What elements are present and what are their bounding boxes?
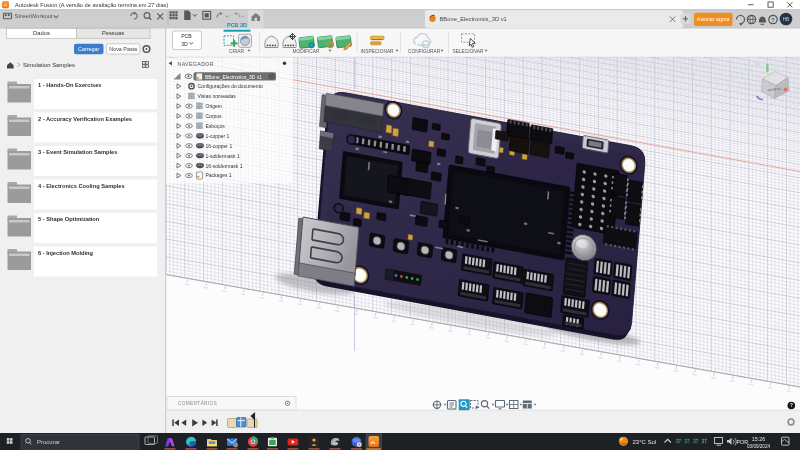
svg-text:Packages 1: Packages 1 [206, 172, 232, 178]
svg-text:Simulation Samples: Simulation Samples [23, 62, 75, 68]
svg-text:Procurar: Procurar [37, 439, 60, 445]
svg-text:Vistas nomeadas: Vistas nomeadas [198, 93, 237, 99]
svg-text:5 - Shape Optimization: 5 - Shape Optimization [38, 216, 100, 222]
svg-text:1-soldermask 1: 1-soldermask 1 [206, 153, 240, 159]
svg-text:INSPECIONAR: INSPECIONAR [361, 49, 395, 54]
svg-text:PCB: PCB [181, 33, 192, 39]
svg-text:Esboços: Esboços [206, 123, 226, 129]
svg-text:?: ? [771, 17, 774, 23]
svg-text:Carregar: Carregar [78, 46, 99, 52]
svg-text:Assinar agora: Assinar agora [697, 16, 730, 22]
svg-text:37: 37 [676, 439, 682, 444]
svg-text:Dados: Dados [33, 30, 50, 36]
svg-text:Origem: Origem [206, 103, 222, 109]
svg-text:37: 37 [693, 439, 699, 444]
svg-text:?: ? [790, 403, 793, 408]
svg-text:Corpos: Corpos [206, 113, 223, 119]
svg-text:CRIAR: CRIAR [229, 49, 244, 54]
svg-text:37: 37 [702, 439, 708, 444]
svg-text:1 - Hands-On Exercises: 1 - Hands-On Exercises [38, 82, 102, 88]
svg-text:MODIFICAR: MODIFICAR [293, 49, 320, 54]
svg-text:2 - Accuracy Verification Exam: 2 - Accuracy Verification Examples [38, 116, 132, 122]
svg-text:CONFIGURAR: CONFIGURAR [408, 49, 441, 54]
svg-text:3 - Event Simulation Samples: 3 - Event Simulation Samples [38, 149, 117, 155]
svg-text:BBone_Electronics_3D v1: BBone_Electronics_3D v1 [205, 75, 262, 80]
svg-text:Nova Pasta: Nova Pasta [109, 46, 137, 52]
svg-text:PCB 3D: PCB 3D [227, 22, 247, 28]
svg-text:Pessoas: Pessoas [102, 30, 124, 36]
svg-text:Autodesk Fusion (A versão de a: Autodesk Fusion (A versão de avaliação t… [15, 2, 168, 8]
svg-text:BBone_Electronics_3D v1: BBone_Electronics_3D v1 [440, 16, 507, 22]
svg-text:HB: HB [783, 17, 789, 22]
svg-text:StreetWorkout: StreetWorkout [15, 13, 54, 19]
svg-text:Configurações do documento: Configurações do documento [198, 83, 264, 89]
svg-text:3D: 3D [181, 41, 188, 47]
svg-text:NAVEGADOR: NAVEGADOR [178, 61, 214, 67]
svg-text:23°C Sol: 23°C Sol [633, 439, 657, 445]
svg-text:4 - Electronics Cooling Sample: 4 - Electronics Cooling Samples [38, 183, 125, 189]
svg-text:37: 37 [685, 439, 691, 444]
svg-text:SELECIONAR: SELECIONAR [453, 49, 484, 54]
svg-text:16-soldermask 1: 16-soldermask 1 [206, 163, 243, 169]
svg-text:COMENTÁRIOS: COMENTÁRIOS [178, 400, 217, 406]
svg-text:1-copper 1: 1-copper 1 [206, 133, 230, 139]
svg-text:15:26: 15:26 [752, 436, 766, 442]
svg-text:16-copper 1: 16-copper 1 [206, 143, 233, 149]
svg-text:03/09/2024: 03/09/2024 [747, 444, 770, 449]
svg-text:6 - Injection Molding: 6 - Injection Molding [38, 250, 94, 256]
